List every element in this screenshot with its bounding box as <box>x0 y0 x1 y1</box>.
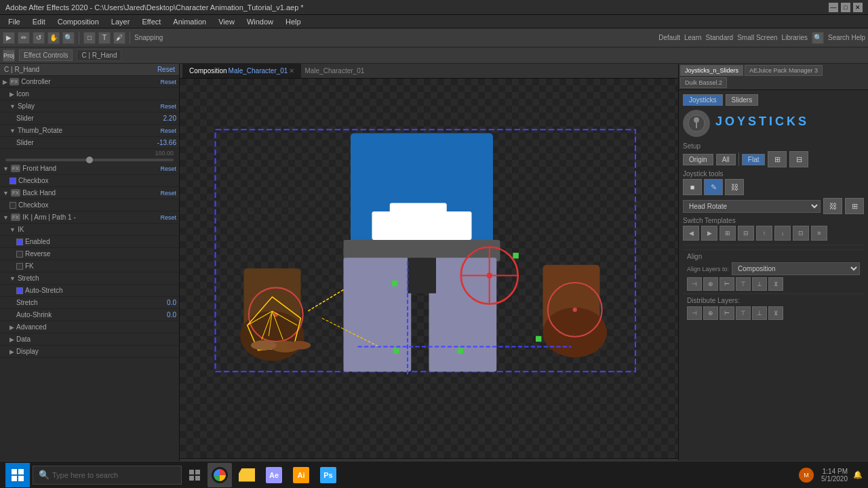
ae-icon[interactable]: Ae <box>262 463 286 487</box>
ps-icon[interactable]: Ps <box>316 463 340 487</box>
align-top-btn[interactable]: ⊤ <box>736 277 751 291</box>
comp-tab[interactable]: Composition Male_Character_01 ✕ <box>182 64 302 78</box>
viewport-canvas[interactable]: RRCG.CN 人人素材 www.rrcg.cn <box>180 79 678 458</box>
subtab-joysticks[interactable]: Joysticks <box>683 94 723 106</box>
mocha-icon[interactable]: M <box>797 466 816 485</box>
effect-controls-reset[interactable]: Reset <box>157 66 175 73</box>
icon-toggle[interactable]: ▶ <box>9 91 14 98</box>
libraries-label[interactable]: Libraries <box>782 34 808 41</box>
stretch-toggle[interactable]: ▼ <box>9 275 16 282</box>
ik-toggle[interactable]: ▼ <box>9 226 16 233</box>
switch-btn-1[interactable]: ◀ <box>683 226 699 241</box>
splay-slider-value[interactable]: 2.20 <box>163 115 176 122</box>
advanced-toggle[interactable]: ▶ <box>9 324 14 331</box>
front-hand-checkbox[interactable] <box>9 178 16 184</box>
taskbar-search[interactable]: 🔍 Type here to search <box>33 466 182 485</box>
align-center-h-btn[interactable]: ⊕ <box>703 277 718 291</box>
fk-checkbox[interactable] <box>16 263 23 270</box>
dist-right-btn[interactable]: ⊢ <box>719 306 734 320</box>
display-toggle[interactable]: ▶ <box>9 348 14 355</box>
ik-enabled-checkbox[interactable] <box>16 239 23 245</box>
menu-window[interactable]: Window <box>241 16 279 27</box>
layer-tab[interactable]: C | R_Hand <box>77 49 121 61</box>
menu-view[interactable]: View <box>213 16 240 27</box>
align-center-v-btn[interactable]: ⊥ <box>752 277 767 291</box>
back-hand-toggle[interactable]: ▼ <box>3 190 9 197</box>
menu-help[interactable]: Help <box>280 16 307 27</box>
ai-icon[interactable]: Ai <box>289 463 313 487</box>
switch-btn-6[interactable]: ↓ <box>774 226 791 241</box>
setup-all-btn[interactable]: All <box>716 154 736 165</box>
tool-square-btn[interactable]: ■ <box>683 179 702 195</box>
thumb-slider-track[interactable] <box>0 157 179 163</box>
ik-arm-toggle[interactable]: ▼ <box>3 214 9 221</box>
standard-label[interactable]: Standard <box>706 34 734 41</box>
chrome-icon[interactable] <box>208 463 232 487</box>
minimize-button[interactable]: — <box>829 3 838 12</box>
menu-file[interactable]: File <box>3 16 26 27</box>
rp-tab-joysticks[interactable]: Joysticks_n_Sliders <box>680 65 743 76</box>
align-layers-dropdown[interactable]: Composition <box>732 262 860 275</box>
thumb-toggle[interactable]: ▼ <box>9 127 16 134</box>
toolbar-rotate[interactable]: ↺ <box>33 32 45 44</box>
align-left-btn[interactable]: ⊣ <box>687 277 702 291</box>
controller-toggle[interactable]: ▶ <box>3 79 7 85</box>
rp-tab-duik[interactable]: Duik Bassel.2 <box>680 77 727 88</box>
switch-btn-3[interactable]: ⊞ <box>719 226 736 241</box>
menu-edit[interactable]: Edit <box>27 16 51 27</box>
dist-mid-btn[interactable]: ⊥ <box>752 306 767 320</box>
toolbar-paint[interactable]: 🖌 <box>113 32 125 44</box>
effect-controls-tab[interactable]: Effect Controls <box>19 49 73 61</box>
notification-btn[interactable]: 🔔 <box>853 470 863 479</box>
toolbar-text[interactable]: T <box>98 32 111 44</box>
data-toggle[interactable]: ▶ <box>9 336 14 343</box>
setup-grid-btn[interactable]: ⊞ <box>768 151 787 167</box>
front-hand-reset[interactable]: Reset <box>160 165 176 172</box>
task-view-btn[interactable] <box>184 463 205 487</box>
ik-arm-reset[interactable]: Reset <box>160 214 176 221</box>
learn-label[interactable]: Learn <box>684 34 702 41</box>
stretch-value[interactable]: 0.0 <box>167 299 176 306</box>
toolbar-pen[interactable]: ✏ <box>18 32 30 44</box>
auto-stretch-checkbox[interactable] <box>16 287 23 294</box>
setup-extra-btn[interactable]: ⊟ <box>789 151 808 167</box>
start-button[interactable] <box>5 463 30 487</box>
toolbar-shape[interactable]: □ <box>83 32 96 44</box>
align-right-btn[interactable]: ⊢ <box>719 277 734 291</box>
dist-bottom-btn[interactable]: ⊻ <box>768 306 783 320</box>
subtab-sliders[interactable]: Sliders <box>726 94 759 106</box>
search-help-label[interactable]: Search Help <box>828 34 865 41</box>
menu-effect[interactable]: Effect <box>136 16 166 27</box>
tool-chain-btn[interactable]: ⛓ <box>725 179 744 195</box>
controller-reset[interactable]: Reset <box>160 79 176 85</box>
toolbar-zoom[interactable]: 🔍 <box>62 32 75 44</box>
front-hand-toggle[interactable]: ▼ <box>3 165 9 172</box>
auto-shrink-value[interactable]: 0.0 <box>167 311 176 319</box>
comp-tab-close[interactable]: ✕ <box>289 67 294 75</box>
search-icon[interactable]: 🔍 <box>812 32 824 44</box>
menu-composition[interactable]: Composition <box>52 16 104 27</box>
explorer-icon[interactable] <box>235 463 259 487</box>
switch-btn-4[interactable]: ⊟ <box>738 226 754 241</box>
menu-animation[interactable]: Animation <box>167 16 212 27</box>
back-hand-reset[interactable]: Reset <box>160 190 176 197</box>
dist-center-btn[interactable]: ⊕ <box>703 306 718 320</box>
align-bottom-btn[interactable]: ⊻ <box>768 277 783 291</box>
dist-left-btn[interactable]: ⊣ <box>687 306 702 320</box>
project-icon[interactable]: Proj <box>3 49 15 62</box>
head-rotate-extra-btn[interactable]: ⊞ <box>845 198 864 214</box>
head-rotate-dropdown[interactable]: Head Rotate <box>683 200 821 213</box>
head-rotate-link-btn[interactable]: ⛓ <box>823 198 842 214</box>
maximize-button[interactable]: □ <box>841 3 850 12</box>
switch-btn-7[interactable]: ⊡ <box>793 226 809 241</box>
switch-btn-8[interactable]: ≡ <box>811 226 827 241</box>
rp-tab-aejuice[interactable]: AEJuice Pack Manager 3 <box>745 65 823 76</box>
dist-top-btn[interactable]: ⊤ <box>736 306 751 320</box>
switch-btn-2[interactable]: ▶ <box>701 226 717 241</box>
setup-origin-btn[interactable]: Origin <box>683 154 713 165</box>
ik-reverse-checkbox[interactable] <box>16 251 23 258</box>
splay-toggle[interactable]: ▼ <box>9 103 16 110</box>
splay-reset[interactable]: Reset <box>160 103 176 110</box>
thumb-slider-value[interactable]: -13.66 <box>157 139 176 146</box>
toolbar-select[interactable]: ▶ <box>3 32 15 44</box>
